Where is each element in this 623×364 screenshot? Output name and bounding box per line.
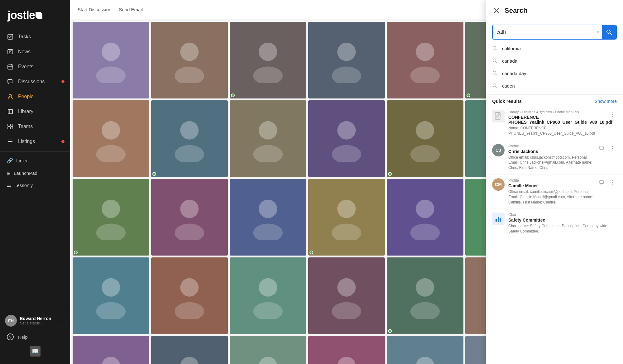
result-breadcrumb: Library › Facilities & systems › Phone m… <box>508 110 604 114</box>
svg-point-66 <box>259 278 277 297</box>
result-more-button[interactable]: ⋮ <box>608 110 617 119</box>
document-icon <box>492 110 505 122</box>
person-card[interactable] <box>308 336 385 364</box>
person-card[interactable] <box>73 257 149 334</box>
sidebar-item-people[interactable]: People <box>0 89 70 104</box>
svg-point-24 <box>259 43 277 61</box>
person-card[interactable] <box>387 100 463 177</box>
svg-point-76 <box>102 357 120 364</box>
person-card[interactable] <box>151 257 228 334</box>
help-label: Help <box>18 334 28 340</box>
svg-point-82 <box>337 357 356 364</box>
more-button-chris[interactable]: ⋮ <box>608 144 617 153</box>
person-card[interactable] <box>230 179 306 256</box>
person-card[interactable] <box>230 100 306 177</box>
search-close-button[interactable] <box>492 6 501 15</box>
user-menu-button[interactable]: ⋯ <box>60 317 65 324</box>
person-card[interactable] <box>73 22 149 98</box>
sidebar-item-links[interactable]: 🔗 Links <box>0 154 70 167</box>
svg-point-53 <box>253 224 283 240</box>
search-input[interactable] <box>493 26 593 38</box>
search-clear-button[interactable]: × <box>593 29 602 36</box>
svg-point-71 <box>410 302 440 319</box>
svg-point-69 <box>332 302 361 319</box>
person-card[interactable] <box>230 257 306 334</box>
result-item-camille[interactable]: CM Profile Camille Mcneil Office email: … <box>486 175 623 209</box>
svg-point-22 <box>180 43 199 61</box>
person-card[interactable] <box>151 100 228 177</box>
person-card[interactable] <box>308 179 385 256</box>
sidebar-item-teams[interactable]: Teams <box>0 119 70 134</box>
svg-point-26 <box>337 43 356 61</box>
chat-button-chris[interactable] <box>597 144 606 153</box>
svg-point-29 <box>410 67 440 83</box>
svg-point-78 <box>180 357 199 364</box>
sidebar-item-events[interactable]: Events <box>0 59 70 74</box>
result-item-chris-jackons[interactable]: CJ Profile Chris Jackons Office email: c… <box>486 140 623 175</box>
result-item-conf-phones[interactable]: Library › Facilities & systems › Phone m… <box>486 106 623 140</box>
book-button[interactable]: 📖 <box>30 346 41 357</box>
person-card[interactable] <box>151 22 228 98</box>
person-card[interactable] <box>308 257 385 334</box>
sidebar-item-help[interactable]: ? Help <box>0 330 70 343</box>
result-name-chris: Chris Jackons <box>508 149 594 154</box>
svg-point-68 <box>337 278 356 297</box>
svg-point-37 <box>175 145 204 162</box>
svg-rect-122 <box>496 219 497 222</box>
person-card[interactable] <box>230 22 306 98</box>
more-button-camille[interactable]: ⋮ <box>608 178 617 187</box>
sidebar-item-listings[interactable]: Listings <box>0 134 70 149</box>
person-card[interactable] <box>308 100 385 177</box>
sidebar-item-news[interactable]: News <box>0 44 70 59</box>
result-detail-safety: Chart name: Safety Committee, Descriptio… <box>508 223 617 234</box>
nav-divider <box>0 151 70 152</box>
svg-line-115 <box>496 86 497 88</box>
online-badge <box>309 251 313 254</box>
help-icon: ? <box>7 333 14 340</box>
svg-rect-120 <box>600 146 603 149</box>
svg-rect-13 <box>8 124 10 126</box>
svg-line-113 <box>496 74 497 75</box>
svg-point-54 <box>337 200 356 218</box>
suggestion-california[interactable]: california <box>486 42 623 55</box>
suggestion-canada-day[interactable]: canada day <box>486 67 623 79</box>
person-card[interactable] <box>73 100 149 177</box>
person-card[interactable] <box>387 336 463 364</box>
sidebar-item-lessonly[interactable]: ▬ Lessonly <box>0 179 70 191</box>
result-body-conf-phones: Library › Facilities & systems › Phone m… <box>508 110 604 136</box>
sidebar-item-library[interactable]: Library <box>0 104 70 119</box>
start-discussion-button[interactable]: Start Discussion <box>78 5 111 14</box>
sidebar-item-discussions[interactable]: Discussions <box>0 74 70 89</box>
svg-point-40 <box>337 121 356 140</box>
show-more-button[interactable]: Show more <box>595 99 617 104</box>
result-name: CONFERENCE PHONES_Yealink_CP960_User_Gui… <box>508 115 604 125</box>
svg-line-109 <box>496 49 497 50</box>
svg-point-20 <box>102 43 120 61</box>
sidebar-item-launchpad[interactable]: ⊞ LaunchPad <box>0 167 70 179</box>
user-section[interactable]: EH Edward Herron Set a status... ⋯ <box>0 311 70 330</box>
people-icon <box>7 93 14 100</box>
suggestion-caden[interactable]: caden <box>486 79 623 92</box>
person-card[interactable] <box>387 22 463 98</box>
person-card[interactable] <box>387 179 463 256</box>
chat-button-camille[interactable] <box>597 178 606 187</box>
svg-point-43 <box>410 145 440 162</box>
person-card[interactable] <box>73 179 149 256</box>
result-item-safety[interactable]: Chart Safety Committee Chart name: Safet… <box>486 209 623 238</box>
person-card[interactable] <box>230 336 306 364</box>
svg-rect-16 <box>11 127 13 129</box>
svg-point-50 <box>180 200 199 218</box>
person-card[interactable] <box>151 179 228 256</box>
person-card[interactable] <box>151 336 228 364</box>
sidebar-item-tasks[interactable]: Tasks <box>0 29 70 44</box>
search-go-button[interactable] <box>602 25 616 39</box>
send-email-button[interactable]: Send Email <box>119 5 143 14</box>
suggestion-canada[interactable]: canada <box>486 55 623 67</box>
person-card[interactable] <box>73 336 149 364</box>
suggestion-california-label: california <box>502 46 521 51</box>
sidebar-bottom: EH Edward Herron Set a status... ⋯ ? Hel… <box>0 307 70 364</box>
person-card[interactable] <box>308 22 385 98</box>
online-badge <box>388 172 392 176</box>
person-card[interactable] <box>387 257 463 334</box>
svg-rect-14 <box>11 124 13 126</box>
